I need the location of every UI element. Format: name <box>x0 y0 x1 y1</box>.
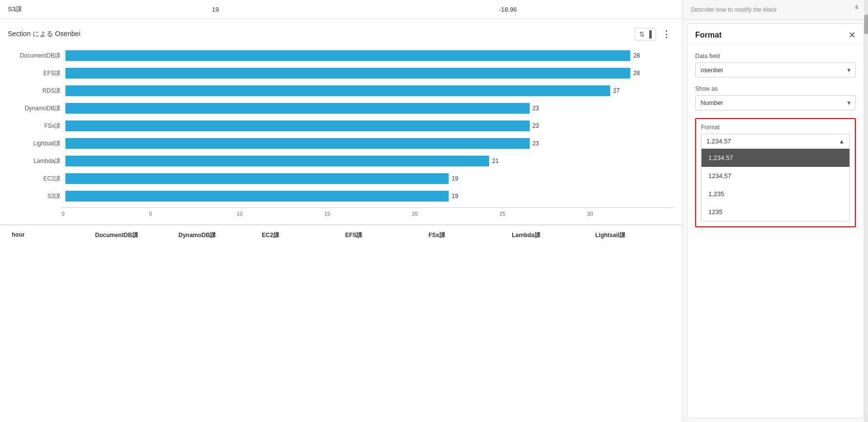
format-title: Format <box>695 31 722 40</box>
bar-fill <box>65 156 489 166</box>
bar-fill <box>65 50 630 61</box>
page-number: 4 <box>855 4 858 11</box>
bar-label: EFS課 <box>12 69 65 78</box>
x-tick: 10 <box>237 211 324 217</box>
bar-value: 23 <box>533 105 539 112</box>
bottom-header-cell: Lambda課 <box>508 230 592 241</box>
bar-row: Lambda課21 <box>12 155 671 167</box>
bar-label: DocumentDB課 <box>12 52 65 60</box>
format-current-value: 1,234.57 <box>706 138 731 145</box>
format-option[interactable]: 1,234.57 <box>702 149 849 167</box>
format-option[interactable]: 1,235 <box>702 185 849 203</box>
bar-fill <box>65 68 630 79</box>
bar-value: 28 <box>633 70 640 77</box>
bar-row: FSx課23 <box>12 120 671 132</box>
bar-row: RDS課27 <box>12 84 671 97</box>
bar-label: Lightsail課 <box>12 140 65 148</box>
x-tick: 30 <box>587 211 675 217</box>
bar-value: 21 <box>492 158 498 164</box>
describe-placeholder: Describe how to modify the block <box>691 6 777 13</box>
bottom-headers: hourDocumentDB課DynamoDB課EC2課EFS課FSx課Lamb… <box>0 224 682 245</box>
show-as-label: Show as <box>695 85 856 92</box>
format-options: 1,234.571234.571,2351235 <box>702 149 849 221</box>
format-panel: Format ✕ Data field osenbei ▼ Show as Nu… <box>687 23 864 418</box>
bottom-header-cell: DocumentDB課 <box>91 230 175 241</box>
sort-button[interactable]: ⇅ ▐ <box>635 28 656 40</box>
bar-row: EC2課19 <box>12 172 671 185</box>
bottom-header-cell: Lightsail課 <box>591 230 675 241</box>
bar-fill <box>65 138 530 149</box>
bar-container: 28 <box>65 50 671 61</box>
bar-fill <box>65 173 449 184</box>
bar-value: 19 <box>452 175 458 182</box>
show-as-select-wrapper: Number ▼ <box>695 95 856 110</box>
x-tick: 0 <box>62 211 149 217</box>
bar-container: 21 <box>65 156 671 166</box>
bottom-header-cell: EC2課 <box>258 230 341 241</box>
right-panel-top: Describe how to modify the block <box>683 0 868 20</box>
bar-value: 27 <box>613 87 620 94</box>
data-field-select-wrapper: osenbei ▼ <box>695 62 856 78</box>
chart-section: Section による Osenbei ⇅ ▐ ⋮ DocumentDB課28E… <box>0 19 682 224</box>
chart-title: Section による Osenbei <box>8 30 81 39</box>
chart-controls: ⇅ ▐ ⋮ <box>635 27 675 41</box>
bar-fill <box>65 103 530 114</box>
data-field-label: Data field <box>695 53 856 60</box>
bar-row: DocumentDB課28 <box>12 49 671 62</box>
bottom-header-cell: EFS課 <box>341 230 425 241</box>
bar-fill <box>65 191 449 201</box>
scrollbar-thumb[interactable] <box>864 15 868 34</box>
bottom-header-cell: DynamoDB課 <box>175 230 258 241</box>
bar-chart: DocumentDB課28EFS課28RDS課27DynamoDB課23FSx課… <box>8 49 675 202</box>
bar-value: 23 <box>533 122 539 129</box>
bottom-header-cell: FSx課 <box>425 230 508 241</box>
top-table: S3課 19 -18.96 <box>0 0 682 19</box>
bar-fill <box>65 85 610 96</box>
more-button[interactable]: ⋮ <box>658 27 675 41</box>
format-dropdown-section: Format 1,234.57 ▲ 1,234.571234.571,23512… <box>695 118 856 227</box>
top-row-value1: 19 <box>98 0 333 19</box>
format-select-current[interactable]: 1,234.57 ▲ <box>702 134 849 149</box>
scrollbar-track[interactable] <box>864 0 868 422</box>
bar-label: EC2課 <box>12 175 65 183</box>
bar-row: S3課19 <box>12 190 671 202</box>
x-tick: 15 <box>324 211 412 217</box>
bar-container: 27 <box>65 85 671 96</box>
bar-label: S3課 <box>12 192 65 201</box>
bar-value: 28 <box>633 52 640 59</box>
bottom-header-cell: hour <box>8 230 91 241</box>
x-tick: 25 <box>499 211 587 217</box>
bar-fill <box>65 121 530 131</box>
format-header: Format ✕ <box>687 24 864 45</box>
chart-header: Section による Osenbei ⇅ ▐ ⋮ <box>8 27 675 41</box>
bar-row: DynamoDB課23 <box>12 102 671 115</box>
format-select-box: 1,234.57 ▲ 1,234.571234.571,2351235 <box>701 134 850 221</box>
bar-container: 23 <box>65 103 671 114</box>
main-content: S3課 19 -18.96 Section による Osenbei ⇅ ▐ ⋮ … <box>0 0 682 422</box>
bar-value: 23 <box>533 140 539 147</box>
bar-label: Lambda課 <box>12 157 65 165</box>
format-option[interactable]: 1235 <box>702 203 849 221</box>
format-option[interactable]: 1234.57 <box>702 167 849 185</box>
bar-label: RDS課 <box>12 87 65 95</box>
bar-row: EFS課28 <box>12 67 671 80</box>
show-as-select[interactable]: Number <box>695 95 856 110</box>
data-field-select[interactable]: osenbei <box>695 62 856 78</box>
format-dropdown-label: Format <box>701 124 850 131</box>
format-select-arrow-icon: ▲ <box>839 138 845 145</box>
close-button[interactable]: ✕ <box>848 31 856 40</box>
bar-container: 23 <box>65 138 671 149</box>
top-row-label: S3課 <box>0 0 98 19</box>
top-row-value2: -18.96 <box>333 0 682 19</box>
bar-container: 19 <box>65 173 671 184</box>
x-tick: 20 <box>412 211 499 217</box>
format-body: Data field osenbei ▼ Show as Number ▼ Fo… <box>687 45 864 235</box>
bar-container: 28 <box>65 68 671 79</box>
bar-container: 19 <box>65 191 671 201</box>
bar-value: 19 <box>452 193 458 200</box>
bar-row: Lightsail課23 <box>12 137 671 150</box>
x-axis: 051015202530 <box>62 207 675 217</box>
bar-label: DynamoDB課 <box>12 104 65 113</box>
bar-label: FSx課 <box>12 122 65 130</box>
x-tick: 5 <box>149 211 236 217</box>
